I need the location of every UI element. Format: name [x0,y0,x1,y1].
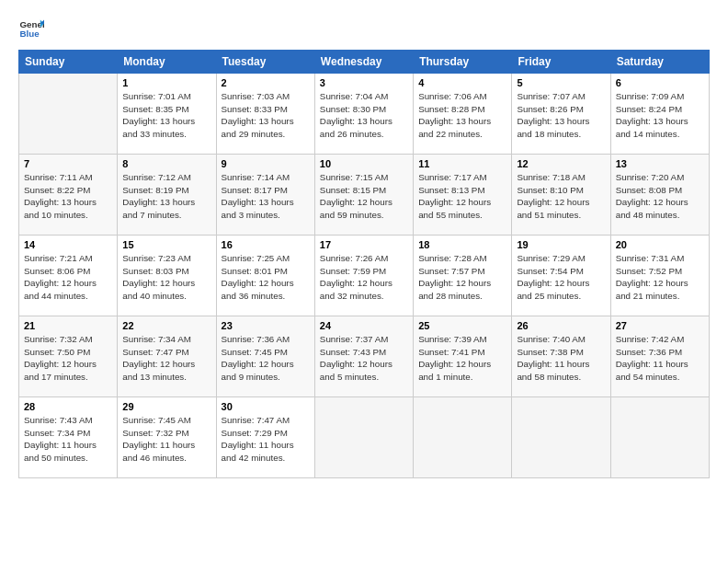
day-number: 30 [222,401,310,412]
weekday-header-thursday: Thursday [414,51,512,74]
day-number: 18 [418,239,506,250]
calendar-cell: 22Sunrise: 7:34 AMSunset: 7:47 PMDayligh… [118,316,216,397]
day-number: 25 [418,320,506,331]
calendar-cell: 25Sunrise: 7:39 AMSunset: 7:41 PMDayligh… [414,316,512,397]
day-number: 28 [24,401,112,412]
day-number: 17 [320,239,408,250]
calendar-cell: 26Sunrise: 7:40 AMSunset: 7:38 PMDayligh… [512,316,610,397]
week-row-5: 28Sunrise: 7:43 AMSunset: 7:34 PMDayligh… [19,397,710,478]
day-info: Sunrise: 7:32 AMSunset: 7:50 PMDaylight:… [24,333,112,384]
day-number: 8 [122,158,210,169]
weekday-header-monday: Monday [118,51,216,74]
day-number: 13 [616,158,704,169]
day-info: Sunrise: 7:36 AMSunset: 7:45 PMDaylight:… [222,333,310,384]
calendar-cell: 9Sunrise: 7:14 AMSunset: 8:17 PMDaylight… [216,155,314,236]
calendar-cell: 27Sunrise: 7:42 AMSunset: 7:36 PMDayligh… [610,316,709,397]
calendar-cell [610,397,709,478]
weekday-header-saturday: Saturday [610,51,709,74]
weekday-header-tuesday: Tuesday [216,51,314,74]
day-number: 19 [517,239,605,250]
day-info: Sunrise: 7:37 AMSunset: 7:43 PMDaylight:… [320,333,408,384]
day-number: 2 [222,77,310,88]
logo-icon: General Blue [18,15,44,40]
week-row-1: 1Sunrise: 7:01 AMSunset: 8:35 PMDaylight… [19,74,710,155]
day-number: 4 [418,77,506,88]
calendar-cell: 16Sunrise: 7:25 AMSunset: 8:01 PMDayligh… [216,236,314,316]
day-number: 1 [122,77,210,88]
day-info: Sunrise: 7:31 AMSunset: 7:52 PMDaylight:… [616,252,704,303]
day-info: Sunrise: 7:01 AMSunset: 8:35 PMDaylight:… [122,90,210,141]
day-number: 6 [616,77,704,88]
calendar-cell: 10Sunrise: 7:15 AMSunset: 8:15 PMDayligh… [314,155,413,236]
day-info: Sunrise: 7:12 AMSunset: 8:19 PMDaylight:… [122,171,210,222]
day-number: 29 [122,401,210,412]
day-info: Sunrise: 7:42 AMSunset: 7:36 PMDaylight:… [616,333,704,384]
weekday-header-sunday: Sunday [19,51,118,74]
day-info: Sunrise: 7:40 AMSunset: 7:38 PMDaylight:… [517,333,605,384]
calendar-table: SundayMondayTuesdayWednesdayThursdayFrid… [18,50,710,478]
day-info: Sunrise: 7:04 AMSunset: 8:30 PMDaylight:… [320,90,408,141]
calendar-cell: 17Sunrise: 7:26 AMSunset: 7:59 PMDayligh… [314,236,413,316]
page-header: General Blue [18,15,710,40]
day-number: 3 [320,77,408,88]
day-info: Sunrise: 7:39 AMSunset: 7:41 PMDaylight:… [418,333,506,384]
svg-text:Blue: Blue [19,29,40,39]
calendar-cell [512,397,610,478]
day-info: Sunrise: 7:11 AMSunset: 8:22 PMDaylight:… [24,171,112,222]
day-info: Sunrise: 7:17 AMSunset: 8:13 PMDaylight:… [418,171,506,222]
calendar-header-row: SundayMondayTuesdayWednesdayThursdayFrid… [19,51,710,74]
calendar-cell: 30Sunrise: 7:47 AMSunset: 7:29 PMDayligh… [216,397,314,478]
calendar-body: 1Sunrise: 7:01 AMSunset: 8:35 PMDaylight… [19,74,710,478]
calendar-cell: 3Sunrise: 7:04 AMSunset: 8:30 PMDaylight… [314,74,413,155]
calendar-cell: 5Sunrise: 7:07 AMSunset: 8:26 PMDaylight… [512,74,610,155]
calendar-cell: 24Sunrise: 7:37 AMSunset: 7:43 PMDayligh… [314,316,413,397]
day-info: Sunrise: 7:47 AMSunset: 7:29 PMDaylight:… [222,414,310,465]
day-info: Sunrise: 7:23 AMSunset: 8:03 PMDaylight:… [122,252,210,303]
day-number: 9 [222,158,310,169]
calendar-cell: 1Sunrise: 7:01 AMSunset: 8:35 PMDaylight… [118,74,216,155]
day-number: 23 [222,320,310,331]
calendar-cell: 14Sunrise: 7:21 AMSunset: 8:06 PMDayligh… [19,236,118,316]
day-info: Sunrise: 7:26 AMSunset: 7:59 PMDaylight:… [320,252,408,303]
week-row-2: 7Sunrise: 7:11 AMSunset: 8:22 PMDaylight… [19,155,710,236]
day-info: Sunrise: 7:15 AMSunset: 8:15 PMDaylight:… [320,171,408,222]
logo: General Blue [18,15,48,40]
day-number: 26 [517,320,605,331]
day-info: Sunrise: 7:29 AMSunset: 7:54 PMDaylight:… [517,252,605,303]
calendar-cell: 7Sunrise: 7:11 AMSunset: 8:22 PMDaylight… [19,155,118,236]
calendar-cell [19,74,118,155]
day-number: 14 [24,239,112,250]
day-info: Sunrise: 7:34 AMSunset: 7:47 PMDaylight:… [122,333,210,384]
week-row-4: 21Sunrise: 7:32 AMSunset: 7:50 PMDayligh… [19,316,710,397]
day-number: 20 [616,239,704,250]
calendar-cell: 12Sunrise: 7:18 AMSunset: 8:10 PMDayligh… [512,155,610,236]
calendar-cell: 23Sunrise: 7:36 AMSunset: 7:45 PMDayligh… [216,316,314,397]
day-number: 10 [320,158,408,169]
day-info: Sunrise: 7:07 AMSunset: 8:26 PMDaylight:… [517,90,605,141]
day-number: 27 [616,320,704,331]
calendar-cell: 29Sunrise: 7:45 AMSunset: 7:32 PMDayligh… [118,397,216,478]
day-info: Sunrise: 7:14 AMSunset: 8:17 PMDaylight:… [222,171,310,222]
calendar-cell: 20Sunrise: 7:31 AMSunset: 7:52 PMDayligh… [610,236,709,316]
weekday-header-friday: Friday [512,51,610,74]
calendar-cell [414,397,512,478]
weekday-header-wednesday: Wednesday [314,51,413,74]
calendar-cell: 19Sunrise: 7:29 AMSunset: 7:54 PMDayligh… [512,236,610,316]
day-info: Sunrise: 7:43 AMSunset: 7:34 PMDaylight:… [24,414,112,465]
calendar-cell: 28Sunrise: 7:43 AMSunset: 7:34 PMDayligh… [19,397,118,478]
calendar-cell: 8Sunrise: 7:12 AMSunset: 8:19 PMDaylight… [118,155,216,236]
calendar-cell: 4Sunrise: 7:06 AMSunset: 8:28 PMDaylight… [414,74,512,155]
calendar-cell: 13Sunrise: 7:20 AMSunset: 8:08 PMDayligh… [610,155,709,236]
day-number: 21 [24,320,112,331]
calendar-cell: 2Sunrise: 7:03 AMSunset: 8:33 PMDaylight… [216,74,314,155]
day-number: 15 [122,239,210,250]
day-number: 11 [418,158,506,169]
day-number: 22 [122,320,210,331]
day-info: Sunrise: 7:18 AMSunset: 8:10 PMDaylight:… [517,171,605,222]
day-info: Sunrise: 7:21 AMSunset: 8:06 PMDaylight:… [24,252,112,303]
day-info: Sunrise: 7:25 AMSunset: 8:01 PMDaylight:… [222,252,310,303]
calendar-cell: 15Sunrise: 7:23 AMSunset: 8:03 PMDayligh… [118,236,216,316]
day-info: Sunrise: 7:06 AMSunset: 8:28 PMDaylight:… [418,90,506,141]
calendar-cell: 11Sunrise: 7:17 AMSunset: 8:13 PMDayligh… [414,155,512,236]
calendar-cell: 18Sunrise: 7:28 AMSunset: 7:57 PMDayligh… [414,236,512,316]
